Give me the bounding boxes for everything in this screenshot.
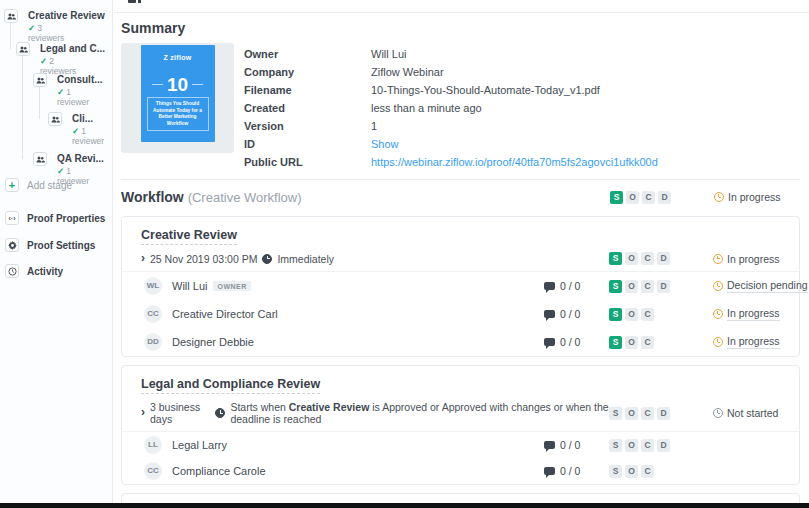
add-stage-button[interactable]: + Add stage xyxy=(5,178,72,192)
sidebar-stage-client[interactable]: Cli... ✓1 reviewer xyxy=(48,112,110,148)
sidebar-item-proof-settings[interactable]: Proof Settings xyxy=(5,238,95,252)
stage-label: Cli... xyxy=(72,113,93,124)
check-icon: ✓ xyxy=(40,56,47,66)
field-label: Public URL xyxy=(244,156,371,168)
badge-decision: D xyxy=(658,191,671,204)
top-toolbar-strip xyxy=(114,0,809,13)
clock-icon xyxy=(713,408,723,418)
reviewer-row: CC Creative Director Carl 0 / 0 S O C xyxy=(122,300,799,328)
badge-owner: O xyxy=(625,252,638,265)
sidebar-stage-creative-review[interactable]: Creative Review ✓3 reviewers xyxy=(4,9,109,39)
speech-bubble-icon xyxy=(544,338,555,346)
plus-icon: + xyxy=(5,178,19,192)
field-row: Created less than a minute ago xyxy=(244,99,658,117)
created-value: less than a minute ago xyxy=(371,102,482,114)
speech-bubble-icon xyxy=(544,467,555,475)
comments-count[interactable]: 0 / 0 xyxy=(544,280,609,292)
stage-meta: 25 Nov 2019 03:00 PM Immediately xyxy=(150,253,609,265)
check-icon: ✓ xyxy=(57,87,64,97)
clock-icon xyxy=(713,281,723,291)
stage-reviewers: LL Legal Larry 0 / 0 S O C D CC xyxy=(122,432,799,484)
badge-owner: O xyxy=(625,280,638,293)
people-icon xyxy=(4,9,18,23)
document-preview: Z ziflow 10 Things You Should Automate T… xyxy=(141,45,215,142)
comments-count[interactable]: 0 / 0 xyxy=(544,308,609,320)
doc-big-number: 10 xyxy=(152,75,203,94)
field-label: Owner xyxy=(244,48,371,60)
sidebar-item-proof-properties[interactable]: ‹·› Proof Properties xyxy=(5,211,105,225)
history-icon xyxy=(5,264,19,278)
bottom-bar xyxy=(0,503,809,508)
field-label: ID xyxy=(244,138,371,150)
sidebar-stage-legal[interactable]: Legal and C... ✓2 reviewers xyxy=(16,42,111,72)
reviewer-status-dropdown[interactable]: Decision pending xyxy=(713,279,793,293)
badge-submitter: S xyxy=(609,439,622,452)
comments-count[interactable]: 0 / 0 xyxy=(544,336,609,348)
speech-bubble-icon xyxy=(544,282,555,290)
owner-badge: OWNER xyxy=(213,281,250,291)
badge-decision: D xyxy=(657,280,670,293)
stage-status: In progress xyxy=(713,253,793,265)
proof-role-badges: S O C D xyxy=(609,252,713,265)
section-divider xyxy=(121,179,800,180)
sidebar-item-activity[interactable]: Activity xyxy=(5,264,63,278)
stage-label: Legal and C... xyxy=(40,43,105,54)
people-icon xyxy=(33,73,47,87)
chevron-right-icon[interactable]: › xyxy=(136,252,150,264)
workflow-header: Workflow (Creative Workflow) S O C D In … xyxy=(121,186,800,208)
summary-title: Summary xyxy=(121,20,800,36)
add-stage-label: Add stage xyxy=(27,180,72,191)
reviewer-name: Legal Larry xyxy=(172,439,544,451)
badge-owner: O xyxy=(626,191,639,204)
reviewer-status-dropdown[interactable]: In progress xyxy=(713,335,793,349)
reviewer-name: Creative Director Carl xyxy=(172,308,544,320)
clock-icon xyxy=(713,337,723,347)
stage-deadline: 25 Nov 2019 03:00 PM xyxy=(150,253,257,265)
proof-role-badges: S O C D xyxy=(609,439,713,452)
version-value: 1 xyxy=(371,120,377,132)
badge-submitter: S xyxy=(609,308,622,321)
badge-commenter: C xyxy=(641,336,654,349)
gear-icon xyxy=(5,238,19,252)
badge-owner: O xyxy=(625,465,638,478)
public-url-link[interactable]: https://webinar.ziflow.io/proof/40tfa70m… xyxy=(371,156,658,168)
reviewer-status-dropdown[interactable]: In progress xyxy=(713,307,793,321)
stage-status: Not started xyxy=(713,407,793,419)
stage-meta: 3 business days Starts when Creative Rev… xyxy=(150,401,609,425)
chevron-right-icon[interactable]: › xyxy=(136,406,150,418)
sidebar-stage-consultant[interactable]: Consult... ✓1 reviewer xyxy=(33,73,111,109)
show-id-link[interactable]: Show xyxy=(371,138,399,150)
check-icon: ✓ xyxy=(28,23,35,33)
avatar: CC xyxy=(144,462,162,480)
field-label: Created xyxy=(244,102,371,114)
badge-submitter: S xyxy=(610,191,623,204)
clock-icon xyxy=(215,408,225,418)
people-icon xyxy=(33,152,47,166)
comments-count[interactable]: 0 / 0 xyxy=(544,465,609,477)
clock-icon xyxy=(713,309,723,319)
nav-label: Activity xyxy=(27,266,63,277)
avatar: LL xyxy=(144,436,162,454)
badge-commenter: C xyxy=(641,407,654,420)
proof-thumbnail[interactable]: Z ziflow 10 Things You Should Automate T… xyxy=(121,43,234,153)
stage-label: QA Revi... xyxy=(57,153,104,164)
workflow-sidebar: Creative Review ✓3 reviewers Legal and C… xyxy=(0,0,113,508)
stage-reviewer-count: ✓3 reviewers xyxy=(28,23,68,43)
field-row: ID Show xyxy=(244,135,658,153)
badge-owner: O xyxy=(625,336,638,349)
proof-role-badges: S O C xyxy=(609,336,713,349)
clipped-toolbar-icon xyxy=(128,0,142,4)
people-icon xyxy=(16,42,30,56)
reviewer-row: WL Will Lui OWNER 0 / 0 S O C D xyxy=(122,272,799,300)
stage-title[interactable]: Creative Review xyxy=(141,228,237,245)
badge-commenter: C xyxy=(641,465,654,478)
field-row: Filename 10-Things-You-Should-Automate-T… xyxy=(244,81,658,99)
proof-role-badges: S O C D xyxy=(610,191,714,204)
stage-card-creative-review: Creative Review › 25 Nov 2019 03:00 PM I… xyxy=(121,216,800,357)
comments-count[interactable]: 0 / 0 xyxy=(544,439,609,451)
workflow-template-name: (Creative Workflow) xyxy=(188,190,302,205)
badge-decision: D xyxy=(657,439,670,452)
field-row: Owner Will Lui xyxy=(244,45,658,63)
stage-title[interactable]: Legal and Compliance Review xyxy=(141,377,320,394)
code-icon: ‹·› xyxy=(5,211,19,225)
